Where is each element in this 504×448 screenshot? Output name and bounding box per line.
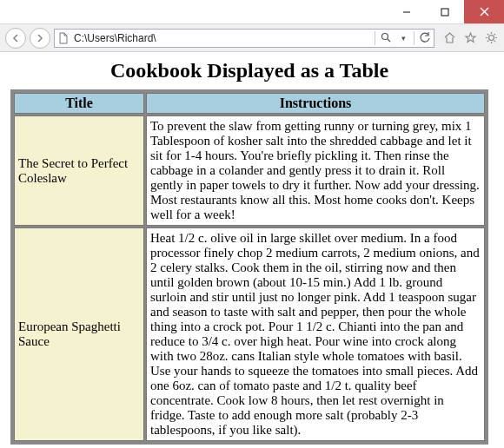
page-content: Cookbook Displayed as a Table Title Inst… — [0, 52, 504, 448]
column-header-instructions: Instructions — [146, 93, 485, 114]
column-header-title: Title — [14, 93, 144, 114]
home-icon[interactable] — [441, 30, 457, 46]
table-row: European Spaghetti Sauce Heat 1/2 c. oli… — [14, 227, 485, 441]
browser-toolbar: ▾ — [0, 24, 504, 52]
forward-button[interactable] — [30, 28, 50, 49]
dropdown-icon[interactable]: ▾ — [395, 34, 412, 43]
svg-point-6 — [488, 36, 494, 41]
address-input[interactable] — [72, 30, 373, 47]
svg-line-5 — [388, 39, 390, 42]
toolbar-right-icons — [441, 30, 499, 46]
svg-line-11 — [487, 34, 488, 35]
minimize-button[interactable] — [388, 0, 426, 23]
page-title: Cookbook Displayed as a Table — [10, 59, 488, 82]
svg-line-14 — [494, 34, 494, 35]
svg-line-13 — [487, 41, 488, 42]
separator — [375, 31, 375, 45]
table-row: The Secret to Perfect Coleslaw To preven… — [14, 115, 485, 226]
file-icon — [55, 32, 72, 44]
refresh-icon[interactable] — [416, 32, 434, 43]
svg-point-4 — [381, 34, 388, 40]
favorites-icon[interactable] — [462, 30, 478, 46]
cookbook-table: Title Instructions The Secret to Perfect… — [10, 89, 488, 445]
tools-icon[interactable] — [483, 30, 499, 46]
recipe-title: European Spaghetti Sauce — [14, 227, 144, 441]
maximize-button[interactable] — [426, 0, 464, 23]
svg-rect-1 — [441, 9, 448, 16]
separator — [414, 31, 414, 45]
svg-line-12 — [494, 41, 494, 42]
window-titlebar — [0, 0, 504, 24]
close-button[interactable] — [464, 0, 504, 23]
address-bar[interactable]: ▾ — [54, 29, 434, 48]
recipe-instructions: To prevent the slaw from getting runny o… — [146, 115, 485, 226]
recipe-title: The Secret to Perfect Coleslaw — [14, 115, 144, 226]
search-icon[interactable] — [377, 32, 395, 43]
back-button[interactable] — [5, 28, 26, 49]
recipe-instructions: Heat 1/2 c. olive oil in large skillet o… — [146, 227, 485, 441]
